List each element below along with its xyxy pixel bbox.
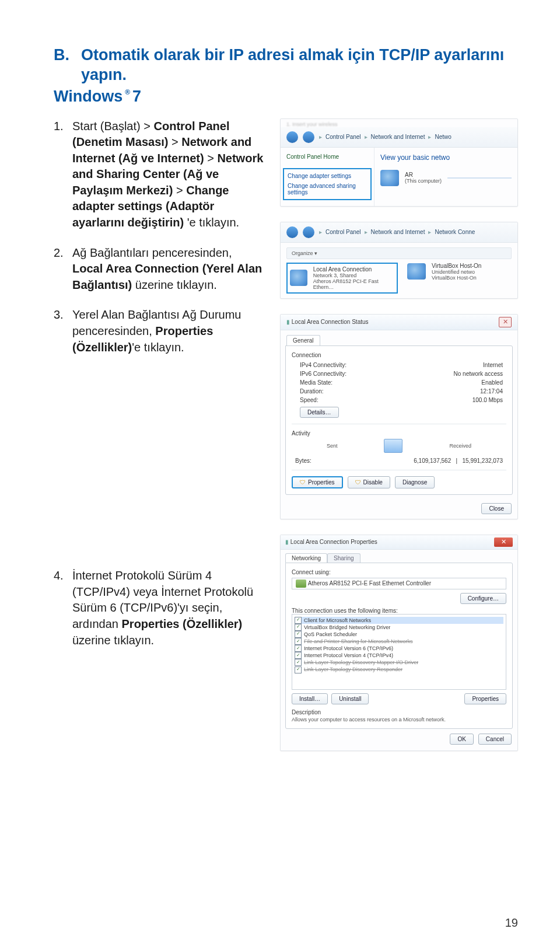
list-item[interactable]: ✓Link-Layer Topology Discovery Mapper I/… [295,659,503,666]
list-item[interactable]: ✓Link-Layer Topology Discovery Responder [295,666,503,673]
list-item[interactable]: ✓Client for Microsoft Networks [295,617,503,624]
step-num: 2. [54,245,66,294]
screenshot-lac-status: ▮ Local Area Connection Status ✕ General… [280,314,518,519]
change-adv-link[interactable]: Change advanced sharing settings [288,183,367,196]
step-num: 4. [54,568,66,648]
ok-button[interactable]: OK [450,734,473,745]
back-icon[interactable] [286,131,298,143]
tab-networking[interactable]: Networking [285,553,327,563]
step-text: Ağ Bağlantıları penceresinden, Local Are… [72,245,264,294]
highlight-lac: Local Area Connection Network 3, Shared … [286,263,398,294]
computer-name: AR [405,172,442,178]
checkbox-icon[interactable]: ✓ [295,631,302,638]
monitor-icon: ▮ [286,319,290,325]
forward-icon[interactable] [303,226,314,238]
step-num: 1. [54,118,66,231]
close-icon[interactable]: ✕ [499,317,512,327]
uses-label: This connection uses the following items… [292,608,506,614]
nic-name: Atheros AR8152 PCI-E Fast Ethernet Contr… [308,580,431,587]
close-icon[interactable]: ✕ [494,537,513,547]
items-listbox[interactable]: ✓Client for Microsoft Networks✓VirtualBo… [292,614,506,690]
properties-button[interactable]: 🛡Properties [292,476,343,488]
forward-icon[interactable] [303,131,314,143]
step-3: 3. Yerel Alan Bağlantısı Ağ Durumu pence… [54,307,264,355]
list-item[interactable]: ✓File and Printer Sharing for Microsoft … [295,638,503,645]
list-item[interactable]: ✓Internet Protocol Version 6 (TCP/IPv6) [295,645,503,652]
tab-general[interactable]: General [286,335,320,345]
checkbox-icon[interactable]: ✓ [295,645,302,652]
window-title: Local Area Connection Properties [290,539,377,545]
list-item[interactable]: ✓Internet Protocol Version 4 (TCP/IPv4) [295,652,503,659]
group-connection: Connection [292,352,506,358]
step-2: 2. Ağ Bağlantıları penceresinden, Local … [54,245,264,294]
monitor-icon: ▮ [285,539,289,545]
checkbox-icon[interactable]: ✓ [295,666,302,673]
page-number: 19 [505,916,518,930]
window-title: Local Area Connection Status [292,319,369,325]
screenshot-lac-properties: ▮ Local Area Connection Properties ✕ Net… [280,535,518,751]
change-adapter-link[interactable]: Change adapter settings [288,173,367,179]
adapter-icon[interactable] [290,270,307,286]
step-text: Yerel Alan Bağlantısı Ağ Durumu penceres… [72,307,264,355]
list-item[interactable]: ✓VirtualBox Bridged Networking Driver [295,624,503,631]
lac-name[interactable]: Local Area Connection [313,266,394,273]
group-activity: Activity [292,430,506,437]
breadcrumb[interactable]: ▸Control Panel ▸Network and Internet ▸Ne… [319,134,452,140]
cancel-button[interactable]: Cancel [478,734,512,745]
computer-sub: (This computer) [405,178,442,184]
breadcrumb[interactable]: ▸Control Panel ▸Network and Internet ▸Ne… [319,229,475,235]
shield-icon: 🛡 [355,479,361,486]
checkbox-icon[interactable]: ✓ [295,624,302,631]
diagnose-button[interactable]: Diagnose [395,476,435,488]
close-button[interactable]: Close [481,503,512,514]
tab-sharing[interactable]: Sharing [327,553,360,563]
section-label: B. [54,46,69,85]
adapter-icon[interactable] [407,263,426,280]
step-4: 4. İnternet Protokolü Sürüm 4 (TCP/IPv4)… [54,568,264,648]
highlight-change-adapter: Change adapter settings Change advanced … [283,168,372,200]
back-icon[interactable] [286,226,298,238]
uninstall-button[interactable]: Uninstall [331,693,369,704]
item-properties-button[interactable]: Properties [464,693,506,704]
shield-icon: 🛡 [300,479,306,486]
connect-using-label: Connect using: [292,569,506,575]
registered-mark: ® [125,89,130,96]
organize-menu[interactable]: Organize ▾ [292,250,317,256]
step-text: İnternet Protokolü Sürüm 4 (TCP/IPv4) ve… [72,568,264,648]
disable-button[interactable]: 🛡Disable [348,476,390,488]
checkbox-icon[interactable]: ✓ [295,652,302,659]
subtitle: Windows ® 7 [54,88,518,106]
nic-icon [296,580,306,588]
description-text: Allows your computer to access resources… [292,717,506,722]
checkbox-icon[interactable]: ✓ [295,659,302,666]
screenshot-control-panel: 1. Insert your wireless ▸Control Panel ▸… [280,118,518,207]
install-button[interactable]: Install… [292,693,328,704]
step-1: 1. Start (Başlat) > Control Panel (Denet… [54,118,264,231]
activity-icon [384,439,402,453]
blur-title: 1. Insert your wireless [281,119,517,127]
description-label: Description [292,709,506,715]
subtitle-ver: 7 [132,88,141,106]
checkbox-icon[interactable]: ✓ [295,617,302,624]
subtitle-os: Windows [54,88,123,106]
screenshot-network-connections: ▸Control Panel ▸Network and Internet ▸Ne… [280,222,518,299]
cp-home[interactable]: Control Panel Home [286,153,368,160]
computer-icon [380,170,399,186]
list-item[interactable]: ✓QoS Packet Scheduler [295,631,503,638]
checkbox-icon[interactable]: ✓ [295,638,302,645]
section-title: Otomatik olarak bir IP adresi almak için… [81,46,518,85]
step-num: 3. [54,307,66,355]
view-basic-heading: View your basic netwo [380,153,512,162]
vb-name[interactable]: VirtualBox Host-On [432,263,481,269]
details-button[interactable]: Details… [300,407,339,418]
step-text: Start (Başlat) > Control Panel (Denetim … [72,118,264,231]
configure-button[interactable]: Configure… [460,593,506,604]
